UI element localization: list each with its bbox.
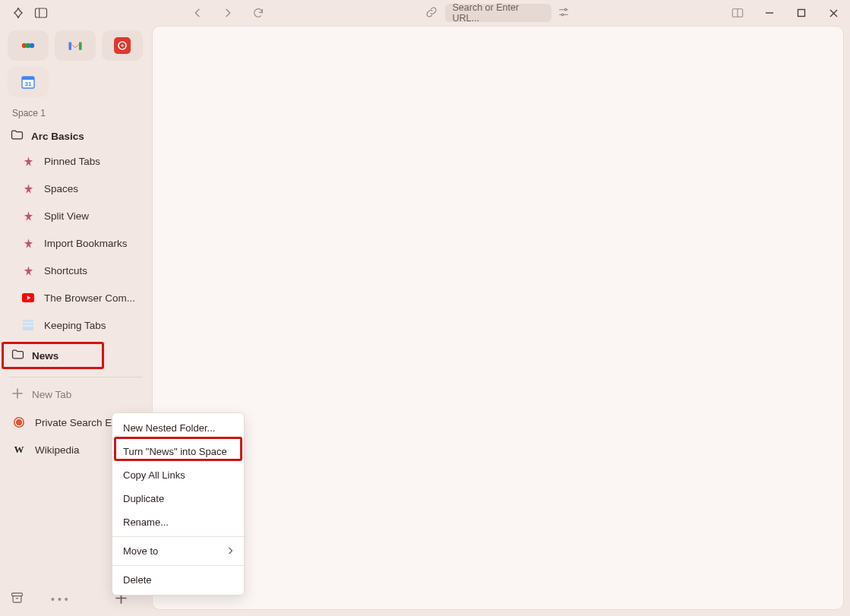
ctx-turn-into-space[interactable]: Turn "News" into Space: [112, 440, 244, 463]
svg-rect-0: [36, 8, 47, 17]
sidebar-item-pinned-tabs[interactable]: Pinned Tabs: [5, 147, 147, 175]
favorites-row: 31: [5, 29, 147, 103]
svg-rect-15: [22, 77, 34, 80]
sidebar-item-import-bookmarks[interactable]: Import Bookmarks: [5, 229, 147, 257]
ctx-rename[interactable]: Rename...: [112, 510, 244, 534]
tab-label: Wikipedia: [35, 444, 80, 456]
context-menu: New Nested Folder... Turn "News" into Sp…: [112, 412, 245, 595]
substack-icon: [21, 318, 35, 332]
new-tab-button[interactable]: New Tab: [5, 381, 147, 409]
svg-point-2: [564, 8, 567, 11]
split-view-icon[interactable]: [730, 5, 745, 21]
arc-favicon-icon: [21, 264, 35, 277]
svg-text:31: 31: [25, 81, 32, 87]
nav-forward-icon[interactable]: [220, 5, 235, 21]
ctx-duplicate[interactable]: Duplicate: [112, 487, 244, 510]
ctx-delete[interactable]: Delete: [112, 568, 244, 592]
url-search-field[interactable]: Search or Enter URL...: [445, 4, 551, 22]
reload-icon[interactable]: [251, 5, 266, 21]
news-folder-label: News: [32, 350, 58, 362]
window-toolbar: Search or Enter URL...: [0, 0, 850, 26]
item-label: Pinned Tabs: [44, 156, 100, 167]
item-label: The Browser Com...: [44, 292, 135, 304]
folder-arc-basics[interactable]: Arc Basics: [5, 125, 147, 147]
ctx-new-nested-folder[interactable]: New Nested Folder...: [112, 416, 244, 440]
nav-back-icon[interactable]: [190, 5, 205, 21]
favorite-office[interactable]: [8, 30, 49, 61]
plus-icon: [12, 388, 23, 401]
favorite-gmail[interactable]: [55, 30, 96, 61]
svg-point-3: [561, 14, 564, 16]
item-label: Import Bookmarks: [44, 238, 128, 249]
tab-label: Private Search E...: [35, 417, 121, 428]
duckduckgo-icon: [12, 415, 26, 429]
wikipedia-icon: W: [12, 443, 26, 456]
sidebar-separator: [9, 377, 143, 377]
item-label: Spaces: [44, 183, 78, 194]
svg-rect-18: [23, 320, 33, 322]
folder-label: Arc Basics: [31, 131, 84, 142]
arc-favicon-icon: [21, 154, 35, 168]
ctx-copy-all-links[interactable]: Copy All Links: [112, 463, 244, 487]
item-label: Keeping Tabs: [44, 320, 106, 331]
folder-icon: [11, 129, 24, 143]
sidebar-toggle-icon[interactable]: [33, 5, 49, 21]
youtube-icon: [21, 291, 35, 305]
archive-icon[interactable]: [11, 592, 24, 607]
svg-point-23: [16, 419, 23, 426]
sidebar-item-browser-company[interactable]: The Browser Com...: [5, 284, 147, 311]
arc-favicon-icon: [21, 182, 35, 195]
sidebar-item-split-view[interactable]: Split View: [5, 202, 147, 229]
content-area: [152, 26, 844, 610]
arc-logo-icon[interactable]: [11, 5, 26, 21]
ctx-move-to[interactable]: Move to: [112, 539, 244, 563]
svg-rect-19: [23, 323, 33, 325]
copy-url-icon[interactable]: [425, 6, 439, 20]
sidebar-item-keeping-tabs[interactable]: Keeping Tabs: [5, 311, 147, 339]
svg-rect-24: [12, 593, 23, 596]
item-label: Shortcuts: [44, 265, 87, 276]
window-maximize-icon[interactable]: [794, 5, 809, 21]
chevron-right-icon: [227, 545, 233, 557]
folder-icon: [11, 349, 24, 362]
sidebar-item-spaces[interactable]: Spaces: [5, 175, 147, 202]
window-close-icon[interactable]: [826, 5, 841, 21]
window-minimize-icon[interactable]: [762, 5, 777, 21]
url-search-placeholder: Search or Enter URL...: [453, 2, 544, 24]
item-label: Split View: [44, 210, 89, 222]
favorite-calendar[interactable]: 31: [8, 67, 49, 97]
arc-favicon-icon: [21, 236, 35, 250]
svg-rect-20: [23, 327, 33, 330]
new-tab-label: New Tab: [32, 389, 71, 400]
ctx-separator: [112, 565, 244, 566]
sidebar-item-shortcuts[interactable]: Shortcuts: [5, 257, 147, 284]
svg-rect-7: [798, 10, 805, 17]
svg-point-10: [30, 43, 34, 48]
site-settings-icon[interactable]: [558, 6, 571, 20]
favorite-app-red[interactable]: [102, 30, 143, 61]
more-icon[interactable]: •••: [51, 593, 71, 605]
space-label: Space 1: [5, 103, 147, 125]
ctx-separator: [112, 536, 244, 537]
arc-favicon-icon: [21, 209, 35, 223]
svg-point-13: [121, 44, 123, 46]
folder-news[interactable]: News: [2, 342, 104, 369]
